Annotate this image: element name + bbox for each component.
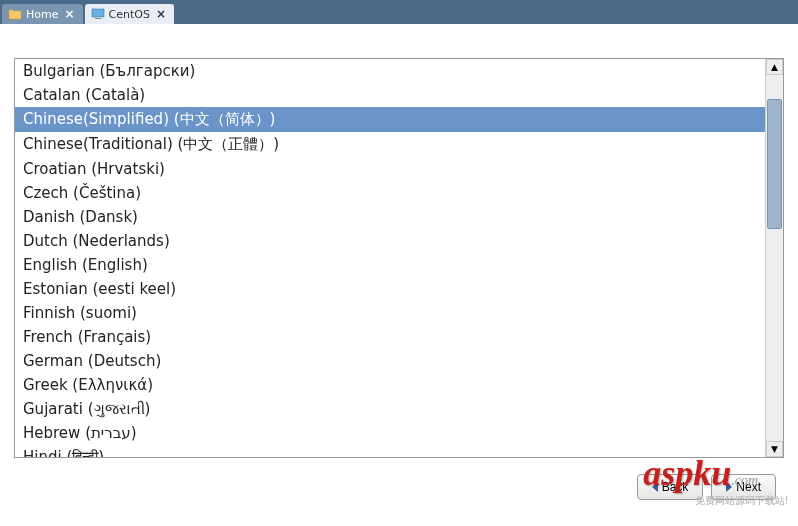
scrollbar[interactable]: ▲ ▼ bbox=[765, 59, 783, 457]
list-item[interactable]: Croatian (Hrvatski) bbox=[15, 157, 765, 181]
language-list[interactable]: Bulgarian (Български) Catalan (Català) C… bbox=[15, 59, 765, 457]
list-item[interactable]: Finnish (suomi) bbox=[15, 301, 765, 325]
list-item[interactable]: Czech (Čeština) bbox=[15, 181, 765, 205]
list-item[interactable]: Catalan (Català) bbox=[15, 83, 765, 107]
next-button[interactable]: Next bbox=[711, 474, 776, 500]
list-item[interactable]: Greek (Ελληνικά) bbox=[15, 373, 765, 397]
list-item[interactable]: Gujarati (ગુજરાતી) bbox=[15, 397, 765, 421]
list-item[interactable]: Danish (Dansk) bbox=[15, 205, 765, 229]
list-item[interactable]: Dutch (Nederlands) bbox=[15, 229, 765, 253]
back-button-label: Back bbox=[662, 480, 689, 494]
arrow-left-icon bbox=[652, 482, 658, 492]
list-item[interactable]: Hindi (हिन्दी) bbox=[15, 445, 765, 457]
installer-content: Bulgarian (Български) Catalan (Català) C… bbox=[0, 24, 798, 526]
scroll-up-button[interactable]: ▲ bbox=[766, 59, 783, 75]
list-item[interactable]: Estonian (eesti keel) bbox=[15, 277, 765, 301]
svg-rect-1 bbox=[95, 18, 101, 19]
tab-label: Home bbox=[26, 8, 58, 21]
close-icon[interactable]: × bbox=[154, 7, 168, 21]
tab-bar: Home × CentOS × bbox=[0, 0, 798, 24]
list-item[interactable]: Chinese(Simplified) (中文（简体）) bbox=[15, 107, 765, 132]
arrow-right-icon bbox=[726, 482, 732, 492]
scroll-down-button[interactable]: ▼ bbox=[766, 441, 783, 457]
list-item[interactable]: Hebrew (עברית) bbox=[15, 421, 765, 445]
navigation-buttons: Back Next bbox=[14, 458, 784, 508]
svg-rect-0 bbox=[92, 9, 104, 17]
scroll-thumb[interactable] bbox=[767, 99, 782, 229]
list-item[interactable]: German (Deutsch) bbox=[15, 349, 765, 373]
list-item[interactable]: Bulgarian (Български) bbox=[15, 59, 765, 83]
monitor-icon bbox=[91, 7, 105, 21]
list-item[interactable]: Chinese(Traditional) (中文（正體）) bbox=[15, 132, 765, 157]
back-button[interactable]: Back bbox=[637, 474, 704, 500]
folder-icon bbox=[8, 7, 22, 21]
language-list-container: Bulgarian (Български) Catalan (Català) C… bbox=[14, 58, 784, 458]
tab-home[interactable]: Home × bbox=[2, 4, 83, 24]
next-button-label: Next bbox=[736, 480, 761, 494]
list-item[interactable]: English (English) bbox=[15, 253, 765, 277]
tab-centos[interactable]: CentOS × bbox=[85, 4, 174, 24]
tab-label: CentOS bbox=[109, 8, 150, 21]
list-item[interactable]: French (Français) bbox=[15, 325, 765, 349]
close-icon[interactable]: × bbox=[62, 7, 76, 21]
